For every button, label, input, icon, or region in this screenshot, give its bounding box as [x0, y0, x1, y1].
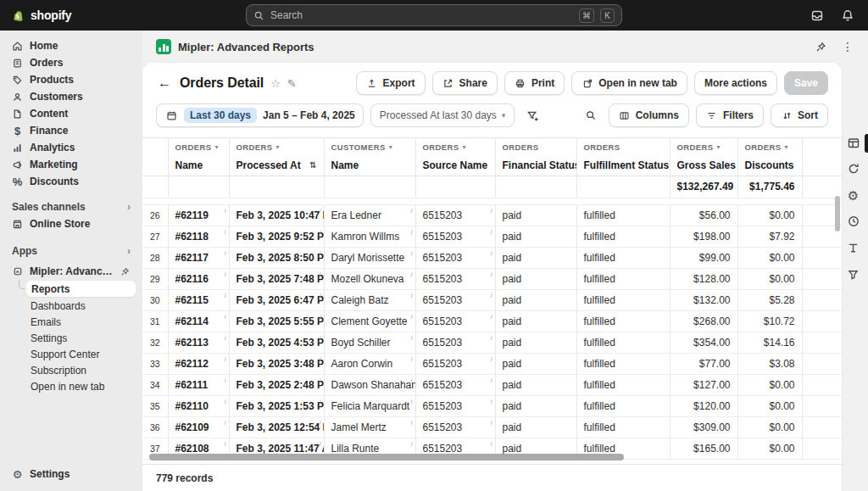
- sidebar-item-home[interactable]: Home: [7, 37, 136, 54]
- column-header-name[interactable]: Name: [168, 155, 229, 176]
- column-header-gross-sales[interactable]: Gross Sales: [670, 155, 737, 176]
- open-in-new-tab-button[interactable]: Open in new tab: [571, 71, 687, 95]
- info-icon: i: [320, 377, 321, 384]
- order-name-cell[interactable]: #62117i: [168, 247, 229, 268]
- columns-button[interactable]: Columns: [609, 103, 689, 127]
- group-header-orders-fulfillment[interactable]: ORDERS: [576, 138, 670, 155]
- group-header-orders-source[interactable]: ORDERS▾: [415, 138, 495, 155]
- history-clock-icon[interactable]: [847, 215, 860, 228]
- sidebar-item-settings[interactable]: ⚙ Settings: [7, 466, 136, 483]
- column-header-fulfillment-status[interactable]: Fulfillment Status: [576, 155, 670, 176]
- processed-at-filter-select[interactable]: Processed At last 30 days ▾: [370, 103, 515, 127]
- sidebar-item-support-center[interactable]: Support Center: [25, 346, 136, 362]
- settings-gear-icon[interactable]: ⚙: [847, 188, 860, 202]
- order-name-cell[interactable]: #62110i: [168, 395, 229, 416]
- table-panel-icon[interactable]: [847, 136, 860, 149]
- inbox-icon[interactable]: [810, 8, 824, 22]
- edit-pencil-icon[interactable]: ✎: [287, 77, 297, 90]
- filters-button[interactable]: Filters: [696, 103, 764, 127]
- sidebar-item-orders[interactable]: Orders: [7, 54, 136, 71]
- sidebar-item-discounts[interactable]: % Discounts: [7, 173, 136, 190]
- sidebar-item-customers[interactable]: Customers: [7, 88, 136, 105]
- column-header-discounts[interactable]: Discounts: [737, 155, 802, 176]
- table-search-button[interactable]: [580, 104, 602, 126]
- sidebar-item-open-in-new-tab[interactable]: Open in new tab: [25, 378, 136, 394]
- sidebar-section-sales-channels[interactable]: Sales channels ›: [7, 198, 136, 215]
- order-name-cell[interactable]: #62113i: [168, 332, 229, 353]
- totals-gross-sales: $132,267.49: [670, 176, 737, 198]
- sidebar-item-subscription[interactable]: Subscription: [25, 362, 136, 378]
- favorite-star-icon[interactable]: ☆: [270, 77, 281, 90]
- group-header-orders-processed[interactable]: ORDERS▾: [229, 138, 324, 155]
- sidebar-item-finance[interactable]: $ Finance: [7, 122, 136, 139]
- column-header-customer-name[interactable]: Name: [324, 155, 415, 176]
- column-header-source-name[interactable]: Source Name: [415, 155, 495, 176]
- sidebar-item-online-store[interactable]: Online Store: [7, 215, 136, 232]
- sidebar-item-analytics[interactable]: Analytics: [7, 139, 136, 156]
- refresh-icon[interactable]: [847, 162, 860, 176]
- sidebar-item-reports[interactable]: Reports: [26, 281, 136, 297]
- group-header-orders-name[interactable]: ORDERS▾: [168, 138, 229, 155]
- table-row[interactable]: 28 #62117i Feb 3, 2025 8:50 PMi Daryl Mo…: [142, 247, 842, 268]
- k-keycap: K: [600, 8, 615, 23]
- pivot-icon[interactable]: [847, 241, 860, 254]
- order-name-cell[interactable]: #62109i: [168, 416, 229, 438]
- sidebar-item-products[interactable]: Products: [7, 71, 136, 88]
- save-button[interactable]: Save: [784, 71, 828, 95]
- date-range-button[interactable]: Last 30 days Jan 5 – Feb 4, 2025: [156, 103, 364, 127]
- table-row[interactable]: 33 #62112i Feb 3, 2025 3:48 PMi Aaron Co…: [142, 353, 842, 374]
- sort-button[interactable]: Sort: [771, 103, 828, 127]
- column-header-financial-status[interactable]: Financial Status: [495, 155, 576, 176]
- vertical-scrollbar[interactable]: [835, 196, 840, 232]
- table-row[interactable]: 27 #62118i Feb 3, 2025 9:52 PMi Kamron W…: [142, 226, 842, 247]
- sidebar-item-content[interactable]: Content: [7, 105, 136, 122]
- horizontal-scrollbar[interactable]: [149, 454, 624, 460]
- table-row[interactable]: 26 #62119i Feb 3, 2025 10:47 PMi Era Led…: [142, 204, 842, 226]
- order-name-cell[interactable]: #62114i: [168, 310, 229, 332]
- sidebar-section-apps[interactable]: Apps ›: [7, 243, 136, 259]
- row-number: 28: [142, 247, 168, 268]
- sidebar-item-app-settings[interactable]: Settings: [25, 330, 136, 346]
- sidebar-item-dashboards[interactable]: Dashboards: [25, 298, 136, 314]
- share-button[interactable]: Share: [432, 71, 498, 95]
- group-header-orders-financial[interactable]: ORDERS: [495, 138, 576, 155]
- table-row[interactable]: 32 #62113i Feb 3, 2025 4:53 PMi Boyd Sch…: [142, 332, 842, 353]
- sidebar-item-marketing[interactable]: Marketing: [7, 156, 136, 173]
- table-row[interactable]: 34 #62111i Feb 3, 2025 2:48 PMi Dawson S…: [142, 374, 842, 395]
- column-header-processed-at[interactable]: Processed At⇅: [229, 155, 324, 176]
- pin-icon[interactable]: [120, 266, 131, 277]
- fulfillment-status-cell: fulfilled: [576, 416, 670, 438]
- filter-funnel-icon[interactable]: [847, 267, 860, 281]
- print-button[interactable]: Print: [504, 71, 565, 95]
- totals-discounts: $1,775.46: [737, 176, 802, 198]
- order-name-cell[interactable]: #62119i: [168, 204, 229, 226]
- sidebar-item-emails[interactable]: Emails: [25, 314, 136, 330]
- financial-status-cell: paid: [495, 310, 576, 332]
- table-row[interactable]: 29 #62116i Feb 3, 2025 7:48 PMi Mozell O…: [142, 268, 842, 289]
- table-row[interactable]: 30 #62115i Feb 3, 2025 6:47 PMi Caleigh …: [142, 289, 842, 310]
- pin-icon[interactable]: [814, 40, 827, 53]
- notifications-bell-icon[interactable]: [841, 8, 854, 22]
- search-input[interactable]: Search ⌘ K: [246, 4, 622, 26]
- export-button[interactable]: Export: [356, 71, 426, 95]
- table-row[interactable]: 35 #62110i Feb 3, 2025 1:53 PMi Felicia …: [142, 395, 842, 416]
- group-header-orders-gross[interactable]: ORDERS▾: [670, 138, 737, 155]
- sidebar-item-mipler-app[interactable]: Mipler: Advanced Rep...: [7, 263, 136, 280]
- shopify-logo[interactable]: shopify: [0, 8, 71, 22]
- order-name-cell[interactable]: #62116i: [168, 268, 229, 289]
- table-row[interactable]: 31 #62114i Feb 3, 2025 5:55 PMi Clement …: [142, 310, 842, 332]
- app-root: shopify Search ⌘ K Home Orders: [0, 0, 868, 491]
- order-name-cell[interactable]: #62118i: [168, 226, 229, 247]
- group-header-orders-discounts[interactable]: ORDERS▾: [737, 138, 802, 155]
- table-row[interactable]: 36 #62109i Feb 3, 2025 12:54 PMi Jamel M…: [142, 416, 842, 438]
- group-header-customers[interactable]: CUSTOMERS▾: [324, 138, 415, 155]
- order-name-cell[interactable]: #62111i: [168, 374, 229, 395]
- print-icon: [515, 77, 526, 89]
- order-name-cell[interactable]: #62112i: [168, 353, 229, 374]
- more-actions-button[interactable]: More actions: [694, 71, 777, 95]
- back-button[interactable]: ←: [156, 75, 173, 91]
- kebab-menu-icon[interactable]: ⋮: [841, 40, 854, 53]
- add-filter-funnel-button[interactable]: [521, 104, 543, 126]
- chevron-down-icon: ▾: [717, 143, 721, 151]
- order-name-cell[interactable]: #62115i: [168, 289, 229, 310]
